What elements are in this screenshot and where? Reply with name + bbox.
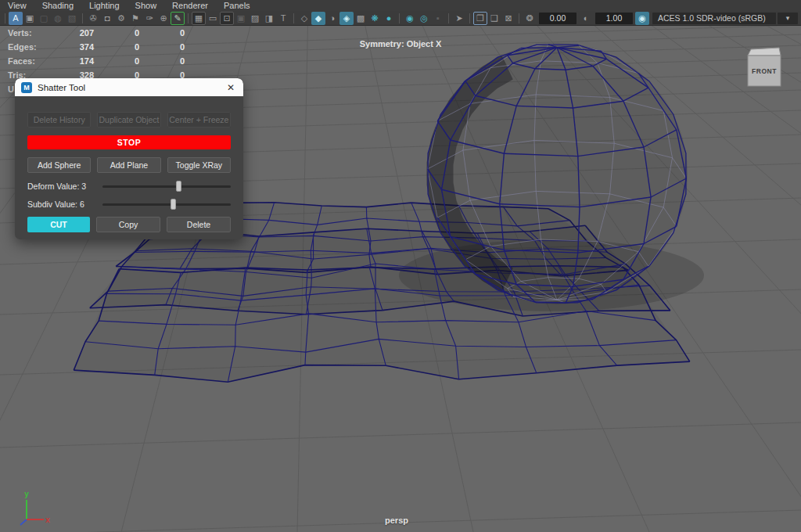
- toolbar-separator: [469, 13, 470, 23]
- view-cube-top-face[interactable]: [748, 48, 781, 56]
- material-mode-icon[interactable]: ◑: [325, 12, 339, 25]
- maya-app-icon: M: [21, 82, 32, 93]
- ambient-occlusion-icon[interactable]: ◎: [417, 12, 431, 25]
- camera-settings-icon[interactable]: ⚙: [114, 12, 128, 25]
- dialog-body: Delete History Duplicate Object Center +…: [15, 96, 243, 232]
- zoom-region-icon[interactable]: ⊕: [156, 12, 171, 25]
- menu-panels[interactable]: Panels: [216, 0, 258, 11]
- dialog-title-bar[interactable]: M Shatter Tool ✕: [15, 78, 243, 96]
- wireframe-mode-icon[interactable]: ◇: [297, 12, 311, 25]
- xray-joints-icon[interactable]: ❑: [487, 12, 501, 25]
- gate-mask-icon[interactable]: ▣: [234, 12, 248, 25]
- panel-toolbar: A ▣ ▢ ◍ ▧ ✇ ◘ ⚙ ⚑ ✑ ⊕ ✎ ▦ ▭ ⊡ ▣ ▨ ◨ T ◇ …: [0, 11, 801, 26]
- copy-button[interactable]: Copy: [96, 217, 160, 232]
- delete-history-button: Delete History: [27, 112, 91, 128]
- toggle-xray-button[interactable]: Toggle XRay: [167, 157, 231, 173]
- exposure-icon[interactable]: ❂: [523, 12, 537, 25]
- toolbar-separator: [293, 13, 294, 23]
- menu-view[interactable]: View: [0, 0, 34, 11]
- wireframe-on-shaded-icon[interactable]: ◈: [339, 12, 354, 25]
- colorspace-dropdown[interactable]: ACES 1.0 SDR-video (sRGB): [652, 13, 776, 24]
- cut-button[interactable]: CUT: [27, 217, 90, 232]
- select-object-mask-icon[interactable]: ▢: [37, 12, 51, 25]
- safe-title-icon[interactable]: T: [276, 12, 290, 25]
- contrast-icon[interactable]: ◐: [579, 12, 593, 25]
- duplicate-object-button: Duplicate Object: [97, 112, 160, 128]
- close-icon[interactable]: ✕: [224, 82, 237, 93]
- view-cube[interactable]: FRONT: [744, 45, 783, 91]
- colorspace-dropdown-arrow[interactable]: ▾: [778, 13, 798, 24]
- select-mask-a-icon[interactable]: A: [9, 12, 23, 25]
- camera-lock-icon[interactable]: ◘: [100, 12, 114, 25]
- view-transform-icon[interactable]: ◉: [635, 12, 649, 25]
- hud-verts-selected: 0: [94, 28, 139, 38]
- hud-row-verts: Verts: 207 0 0: [8, 26, 185, 40]
- isolate-select-icon[interactable]: ➤: [452, 12, 466, 25]
- image-plane-brush-icon[interactable]: ✑: [142, 12, 156, 25]
- field-chart-icon[interactable]: ▨: [248, 12, 262, 25]
- delete-button[interactable]: Delete: [167, 217, 231, 232]
- toolbar-separator: [519, 13, 519, 23]
- pencil-tool-icon[interactable]: ✎: [171, 12, 185, 25]
- axis-indicator: y x: [9, 488, 52, 532]
- maya-viewport-window: View Shading Lighting Show Renderer Pane…: [0, 0, 801, 532]
- toolbar-separator: [82, 13, 83, 23]
- select-hierarchy-icon[interactable]: ▣: [23, 12, 37, 25]
- hud-verts-total: 207: [48, 28, 94, 38]
- resolution-gate-icon[interactable]: ⊡: [220, 12, 234, 25]
- camera-attributes-icon[interactable]: ✇: [86, 12, 100, 25]
- deform-value-slider[interactable]: [102, 182, 231, 191]
- center-freeze-button: Center + Freeze: [167, 112, 231, 128]
- dialog-title: Shatter Tool: [38, 83, 224, 92]
- y-axis-label: y: [24, 490, 29, 498]
- shatter-tool-dialog: M Shatter Tool ✕ Delete History Duplicat…: [15, 78, 243, 239]
- film-gate-icon[interactable]: ▭: [206, 12, 220, 25]
- hud-verts-label: Verts:: [8, 28, 48, 38]
- menu-shading[interactable]: Shading: [34, 0, 81, 11]
- toolbar-separator: [5, 13, 5, 23]
- x-axis-label: x: [45, 516, 50, 524]
- motion-blur-icon[interactable]: ▪: [431, 12, 445, 25]
- exposure-field[interactable]: 0.00: [539, 13, 577, 24]
- plugin-shading-icon[interactable]: ⊠: [501, 12, 515, 25]
- hud-faces-label: Faces:: [8, 56, 48, 66]
- toolbar-separator: [188, 13, 189, 23]
- panel-menu-bar: View Shading Lighting Show Renderer Pane…: [0, 0, 801, 11]
- slider-handle[interactable]: [176, 181, 181, 192]
- lights-mode-icon[interactable]: ❋: [368, 12, 382, 25]
- menu-show[interactable]: Show: [128, 0, 165, 11]
- shaded-mode-icon[interactable]: ◆: [311, 12, 325, 25]
- toolbar-separator: [399, 13, 400, 23]
- stop-button[interactable]: STOP: [27, 135, 231, 149]
- grid-toggle-icon[interactable]: ▦: [192, 12, 206, 25]
- deform-value-label: Deform Value: 3: [27, 182, 102, 191]
- symmetry-status: Symmetry: Object X: [0, 39, 801, 49]
- safe-action-icon[interactable]: ◨: [262, 12, 276, 25]
- slider-handle[interactable]: [171, 199, 176, 210]
- add-sphere-button[interactable]: Add Sphere: [27, 157, 91, 173]
- view-cube-front-label: FRONT: [752, 67, 777, 75]
- gamma-field[interactable]: 1.00: [595, 13, 633, 24]
- textured-mode-icon[interactable]: ▩: [354, 12, 368, 25]
- toolbar-separator: [448, 13, 449, 23]
- snap-magnet-icon[interactable]: ▧: [65, 12, 79, 25]
- hud-faces-selected: 0: [94, 56, 139, 66]
- slider-track[interactable]: [102, 203, 231, 206]
- add-plane-button[interactable]: Add Plane: [97, 157, 160, 173]
- menu-renderer[interactable]: Renderer: [164, 0, 216, 11]
- hud-faces-component: 0: [139, 56, 185, 66]
- default-light-icon[interactable]: ●: [382, 12, 396, 25]
- xray-mode-icon[interactable]: ❐: [473, 12, 487, 25]
- bookmark-icon[interactable]: ⚑: [128, 12, 142, 25]
- menu-lighting[interactable]: Lighting: [81, 0, 128, 11]
- subdiv-value-slider[interactable]: [102, 200, 231, 209]
- slider-track[interactable]: [102, 185, 231, 188]
- z-axis-line: [20, 519, 27, 525]
- shadows-icon[interactable]: ◉: [403, 12, 417, 25]
- subdiv-value-label: Subdiv Value: 6: [27, 200, 102, 209]
- select-component-icon[interactable]: ◍: [51, 12, 65, 25]
- hud-faces-total: 174: [48, 56, 94, 66]
- hud-verts-component: 0: [139, 28, 185, 38]
- hud-row-faces: Faces: 174 0 0: [8, 54, 185, 68]
- camera-name-label: persp: [0, 516, 793, 525]
